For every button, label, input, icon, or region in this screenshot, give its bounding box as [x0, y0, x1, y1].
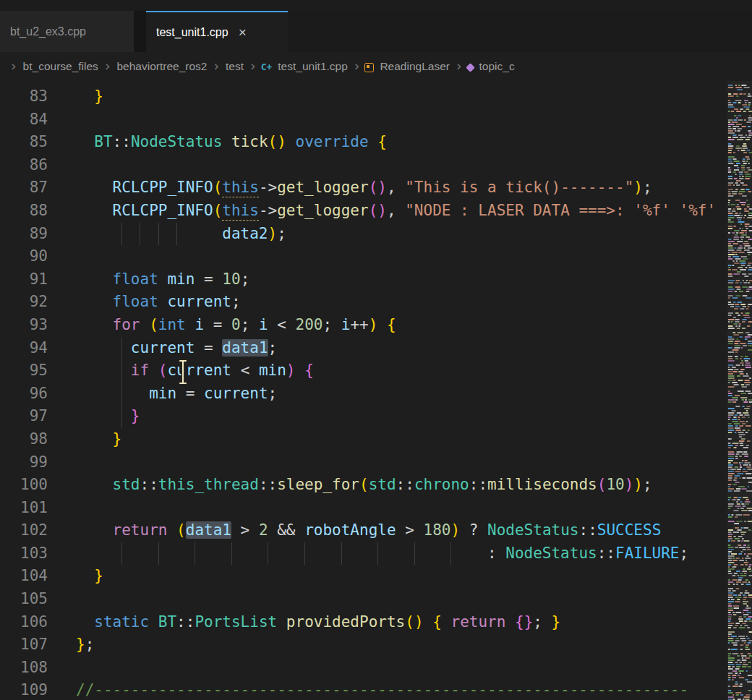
line-number[interactable]: 108	[0, 657, 76, 680]
code-line[interactable]: 88 RCLCPP_INFO(this->get_logger(), "NODE…	[0, 200, 727, 223]
minimap[interactable]	[727, 81, 752, 700]
tab-label: bt_u2_ex3.cpp	[10, 25, 86, 38]
code-text: //--------------------------------------…	[76, 679, 688, 700]
line-number[interactable]: 85	[0, 131, 76, 154]
code-line[interactable]: 86	[0, 154, 727, 177]
code-line[interactable]: 104 }	[0, 565, 727, 588]
code-line[interactable]: 87 RCLCPP_INFO(this->get_logger(), "This…	[0, 176, 727, 200]
breadcrumb-item-bt-course-files[interactable]: bt_course_files	[23, 60, 98, 73]
code-line[interactable]: 97 }	[0, 405, 727, 428]
code-area[interactable]: 83 }8485 BT::NodeStatus tick() override …	[0, 81, 727, 700]
code-text: for (int i = 0; i < 200; i++) {	[76, 314, 396, 337]
line-number[interactable]: 93	[0, 314, 76, 337]
code-text: return (data1 > 2 && robotAngle > 180) ?…	[76, 519, 661, 542]
line-number[interactable]: 87	[0, 176, 76, 200]
code-line[interactable]: 102 return (data1 > 2 && robotAngle > 18…	[0, 519, 727, 542]
breadcrumb-item-test[interactable]: test	[226, 60, 244, 73]
code-text: }	[76, 565, 103, 588]
code-line[interactable]: 101	[0, 497, 727, 520]
chevron-right-icon: ›	[456, 58, 462, 74]
line-number[interactable]: 88	[0, 200, 76, 223]
tab-separator	[134, 11, 146, 52]
tab-bar: bt_u2_ex3.cpp test_unit1.cpp ×	[0, 11, 752, 52]
code-line[interactable]: 84	[0, 108, 727, 132]
code-line[interactable]: 90	[0, 245, 727, 268]
chevron-right-icon: ›	[354, 58, 360, 74]
line-number[interactable]: 109	[0, 679, 76, 700]
code-text: static BT::PortsList providedPorts() { r…	[76, 611, 560, 634]
code-text: RCLCPP_INFO(this->get_logger(), "This is…	[76, 176, 652, 200]
code-text: float min = 10;	[76, 268, 249, 291]
code-line[interactable]: 106 static BT::PortsList providedPorts()…	[0, 611, 727, 634]
line-number[interactable]: 90	[0, 245, 76, 268]
code-text: data2);	[76, 223, 286, 246]
breadcrumb-item-behaviortree-ros2[interactable]: behaviortree_ros2	[116, 60, 207, 73]
code-line[interactable]: 94 current = data1;	[0, 337, 727, 360]
code-line[interactable]: 103 : NodeStatus::FAILURE;	[0, 542, 727, 565]
line-number[interactable]: 94	[0, 337, 76, 360]
chevron-right-icon: ›	[213, 58, 219, 74]
code-line[interactable]: 105	[0, 588, 727, 611]
line-number[interactable]: 83	[0, 85, 76, 108]
breadcrumb: › bt_course_files › behaviortree_ros2 › …	[0, 52, 752, 81]
code-line[interactable]: 96 min = current;	[0, 383, 727, 406]
line-number[interactable]: 86	[0, 154, 76, 177]
line-number[interactable]: 92	[0, 291, 76, 314]
tab-label: test_unit1.cpp	[156, 26, 228, 39]
code-line[interactable]: 92 float current;	[0, 291, 727, 314]
code-line[interactable]: 100 std::this_thread::sleep_for(std::chr…	[0, 474, 727, 497]
code-line[interactable]: 91 float min = 10;	[0, 268, 727, 291]
line-number[interactable]: 102	[0, 519, 76, 542]
line-number[interactable]: 96	[0, 383, 76, 406]
tab-test-unit1-cpp[interactable]: test_unit1.cpp ×	[146, 11, 288, 52]
line-number[interactable]: 89	[0, 223, 76, 246]
line-number[interactable]: 84	[0, 108, 76, 132]
code-text: }	[76, 85, 103, 108]
line-number[interactable]: 95	[0, 359, 76, 383]
code-text: min = current;	[76, 383, 277, 406]
code-line[interactable]: 98 }	[0, 428, 727, 451]
line-number[interactable]: 91	[0, 268, 76, 291]
line-number[interactable]: 103	[0, 542, 76, 565]
code-text: : NodeStatus::FAILURE;	[76, 542, 688, 565]
code-text: }	[76, 428, 121, 451]
code-line[interactable]: 107};	[0, 633, 727, 657]
code-line[interactable]: 99	[0, 451, 727, 474]
code-line[interactable]: 89 data2);	[0, 223, 727, 246]
code-text: BT::NodeStatus tick() override {	[76, 131, 387, 154]
code-line[interactable]: 85 BT::NodeStatus tick() override {	[0, 131, 727, 154]
code-line[interactable]: 109//-----------------------------------…	[0, 679, 727, 700]
chevron-right-icon: ›	[11, 58, 17, 74]
code-text: float current;	[76, 291, 241, 314]
line-number[interactable]: 105	[0, 588, 76, 611]
close-icon[interactable]: ×	[239, 25, 247, 39]
editor: 83 }8485 BT::NodeStatus tick() override …	[0, 81, 752, 700]
cpp-file-icon: C+	[261, 61, 273, 72]
title-bar	[0, 0, 752, 11]
line-number[interactable]: 101	[0, 497, 76, 520]
line-number[interactable]: 98	[0, 428, 76, 451]
code-line[interactable]: 108	[0, 657, 727, 680]
code-line[interactable]: 95 if (current < min) {	[0, 359, 727, 383]
breadcrumb-item-readinglaser[interactable]: ReadingLaser	[380, 60, 450, 73]
symbol-field-icon	[466, 63, 475, 72]
code-line[interactable]: 83 }	[0, 85, 727, 108]
code-text: std::this_thread::sleep_for(std::chrono:…	[76, 474, 652, 497]
code-text: current = data1;	[76, 337, 277, 360]
tab-bt-u2-ex3-cpp[interactable]: bt_u2_ex3.cpp	[0, 11, 134, 52]
line-number[interactable]: 106	[0, 611, 76, 634]
line-number[interactable]: 100	[0, 474, 76, 497]
chevron-right-icon: ›	[250, 58, 256, 74]
code-line[interactable]: 93 for (int i = 0; i < 200; i++) {	[0, 314, 727, 337]
line-number[interactable]: 107	[0, 633, 76, 657]
code-text: }	[76, 405, 140, 428]
vscode-window: { "tabs": [ {"label": "bt_u2_ex3.cpp", "…	[0, 0, 752, 700]
code-text: RCLCPP_INFO(this->get_logger(), "NODE : …	[76, 200, 716, 223]
code-text: if (current < min) {	[76, 359, 314, 383]
breadcrumb-item-test-unit1-cpp[interactable]: test_unit1.cpp	[278, 60, 348, 73]
line-number[interactable]: 97	[0, 405, 76, 428]
chevron-right-icon: ›	[105, 58, 111, 74]
breadcrumb-item-topic-c[interactable]: topic_c	[479, 60, 515, 73]
line-number[interactable]: 99	[0, 451, 76, 474]
line-number[interactable]: 104	[0, 565, 76, 588]
